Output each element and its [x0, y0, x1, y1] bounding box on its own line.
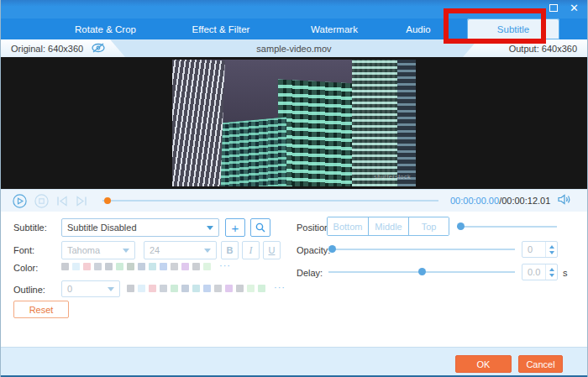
- building-graphic: [397, 60, 416, 186]
- tab-watermark[interactable]: Watermark: [284, 18, 385, 39]
- ok-button[interactable]: OK: [455, 355, 512, 373]
- delay-label: Delay:: [297, 268, 323, 278]
- color-swatch[interactable]: [225, 285, 233, 292]
- color-swatch[interactable]: [181, 285, 189, 292]
- more-outline-colors-button[interactable]: ···: [274, 282, 286, 292]
- font-select[interactable]: Tahoma: [61, 241, 135, 259]
- bold-button[interactable]: B: [221, 241, 239, 259]
- subtitle-settings-panel: Subtitle: Subtitle Disabled + Font: Taho…: [1, 212, 587, 347]
- color-swatch[interactable]: [171, 285, 178, 292]
- outline-select[interactable]: 0: [61, 280, 120, 297]
- tab-effect-filter[interactable]: Effect & Filter: [158, 18, 284, 39]
- volume-icon[interactable]: [557, 193, 572, 209]
- player-bar: 00:00:00.00/00:00:12.01: [1, 189, 587, 212]
- position-slider[interactable]: [457, 223, 557, 231]
- position-bottom-button[interactable]: Bottom: [328, 217, 368, 235]
- tab-rotate-crop[interactable]: Rotate & Crop: [53, 18, 158, 39]
- spin-up-icon[interactable]: [549, 245, 554, 249]
- spinner-arrows[interactable]: [545, 242, 557, 257]
- font-size-value: 24: [150, 245, 160, 255]
- font-size-select[interactable]: 24: [144, 241, 217, 259]
- color-swatch[interactable]: [160, 263, 167, 270]
- color-swatch[interactable]: [138, 263, 145, 270]
- opacity-slider-track[interactable]: [328, 249, 515, 250]
- close-button[interactable]: ✕: [570, 3, 579, 13]
- seek-track[interactable]: [102, 200, 438, 202]
- underline-button[interactable]: U: [263, 241, 281, 259]
- color-swatch[interactable]: [61, 263, 69, 270]
- color-swatch[interactable]: [203, 285, 211, 292]
- delay-slider[interactable]: [328, 268, 515, 276]
- delay-spinner[interactable]: 0.0: [522, 264, 558, 280]
- search-subtitle-button[interactable]: [250, 218, 270, 237]
- color-swatch[interactable]: [203, 263, 211, 270]
- color-swatch[interactable]: [138, 285, 145, 292]
- opacity-spinner[interactable]: 0: [522, 241, 558, 258]
- outline-swatch-row[interactable]: [127, 285, 265, 292]
- color-swatch[interactable]: [83, 263, 91, 270]
- maximize-button[interactable]: [549, 4, 558, 12]
- seek-handle[interactable]: [104, 197, 111, 204]
- spin-down-icon[interactable]: [549, 251, 554, 254]
- window-controls: ✕: [549, 3, 579, 13]
- spinner-arrows[interactable]: [545, 264, 557, 280]
- more-colors-button[interactable]: ···: [219, 260, 231, 270]
- spin-down-icon[interactable]: [549, 274, 554, 277]
- opacity-value: 0: [522, 244, 545, 254]
- opacity-slider-handle[interactable]: [328, 245, 336, 253]
- stop-button-icon[interactable]: [34, 194, 49, 208]
- annotation-highlight-box: [444, 8, 546, 44]
- color-swatch[interactable]: [214, 285, 222, 292]
- color-swatch[interactable]: [127, 285, 134, 292]
- delay-slider-handle[interactable]: [418, 268, 426, 275]
- preview-toggle-eye-icon[interactable]: [90, 41, 107, 58]
- subtitle-select-value: Subtitle Disabled: [67, 223, 137, 233]
- color-swatch[interactable]: [236, 285, 244, 292]
- search-icon: [255, 223, 265, 233]
- color-swatch[interactable]: [171, 263, 178, 270]
- seek-bar[interactable]: [102, 196, 438, 205]
- tab-audio[interactable]: Audio: [385, 18, 452, 39]
- color-swatch[interactable]: [149, 263, 156, 270]
- opacity-slider[interactable]: [328, 245, 515, 254]
- color-swatch[interactable]: [181, 263, 189, 270]
- color-swatch[interactable]: [192, 263, 200, 270]
- add-subtitle-button[interactable]: +: [225, 218, 245, 237]
- position-slider-track[interactable]: [457, 226, 557, 228]
- time-current: 00:00:00.00: [450, 196, 499, 206]
- color-swatch[interactable]: [127, 263, 134, 270]
- color-swatch[interactable]: [105, 263, 113, 270]
- video-stage: shutterstock: [1, 57, 587, 189]
- stock-watermark: shutterstock: [374, 174, 411, 180]
- play-button-icon[interactable]: [13, 194, 27, 208]
- subtitle-select[interactable]: Subtitle Disabled: [61, 218, 219, 237]
- color-swatch[interactable]: [94, 263, 102, 270]
- building-graphic: [172, 60, 225, 186]
- chevron-down-icon: [207, 226, 213, 230]
- italic-button[interactable]: I: [242, 241, 260, 259]
- color-swatch[interactable]: [72, 263, 80, 270]
- delay-value: 0.0: [522, 267, 545, 277]
- color-label: Color:: [13, 263, 38, 273]
- reset-button[interactable]: Reset: [13, 301, 69, 318]
- subtitle-label: Subtitle:: [13, 223, 47, 233]
- position-button-group: Bottom Middle Top: [327, 217, 449, 236]
- prev-frame-icon[interactable]: [56, 196, 68, 207]
- color-swatch[interactable]: [192, 285, 200, 292]
- color-swatch[interactable]: [160, 285, 167, 292]
- color-swatch[interactable]: [149, 285, 156, 292]
- position-slider-handle[interactable]: [457, 223, 465, 230]
- font-select-value: Tahoma: [67, 245, 100, 255]
- color-swatch[interactable]: [258, 285, 265, 292]
- color-swatch[interactable]: [247, 285, 255, 292]
- position-top-button[interactable]: Top: [408, 217, 449, 235]
- cancel-button[interactable]: Cancel: [518, 355, 563, 373]
- spin-up-icon[interactable]: [549, 268, 554, 271]
- next-frame-icon[interactable]: [76, 196, 87, 207]
- position-middle-button[interactable]: Middle: [368, 217, 408, 235]
- chevron-down-icon: [108, 287, 114, 291]
- playback-controls: [13, 194, 87, 208]
- chevron-down-icon: [204, 249, 211, 253]
- color-swatch[interactable]: [116, 263, 123, 270]
- color-swatch-row[interactable]: [61, 263, 211, 270]
